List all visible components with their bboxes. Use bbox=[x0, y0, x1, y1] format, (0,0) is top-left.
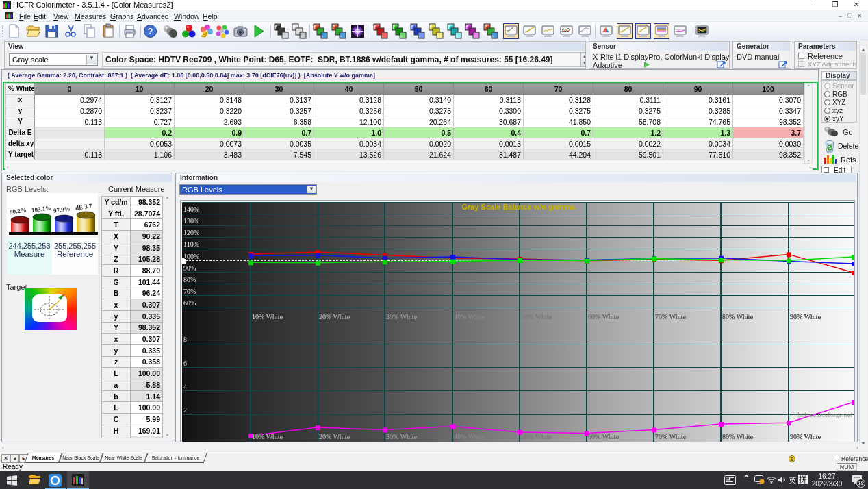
svg-text:?: ? bbox=[148, 26, 153, 36]
svg-text:$: $ bbox=[791, 456, 794, 462]
